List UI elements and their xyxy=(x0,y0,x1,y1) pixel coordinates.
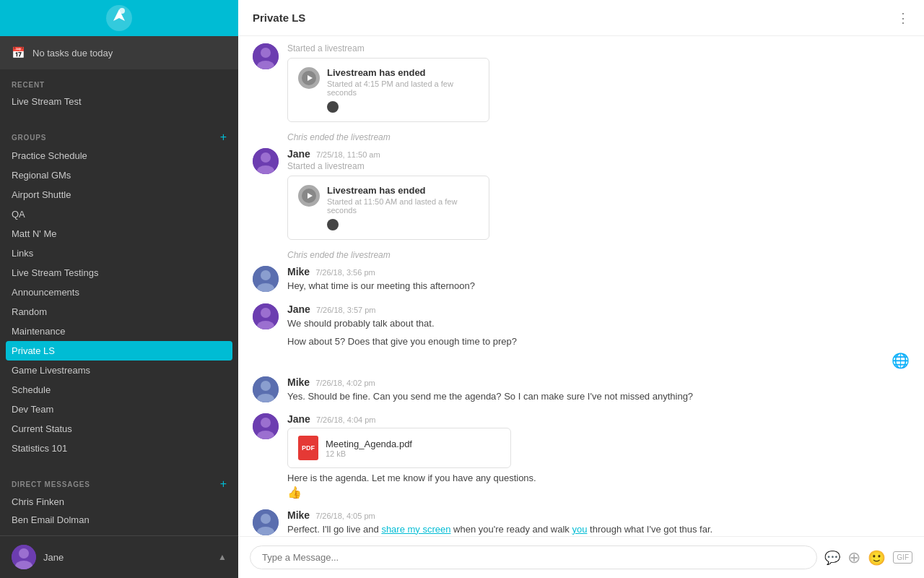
recent-item-livestream[interactable]: Live Stream Test xyxy=(0,92,238,111)
message-group: Jane 7/26/18, 4:04 pm PDF Meeting_Agenda… xyxy=(253,413,910,499)
avatar xyxy=(253,148,279,174)
started-livestream-text: Started a livestream xyxy=(287,43,910,53)
svg-point-2 xyxy=(119,8,125,14)
sidebar-item-airport-shuttle[interactable]: Airport Shuttle xyxy=(0,185,238,204)
avatar xyxy=(253,303,279,329)
livestream-title: Livestream has ended xyxy=(327,185,479,196)
sidebar-scroll: RECENT Live Stream Test GROUPS + Practic… xyxy=(0,69,238,535)
message-meta: Mike 7/26/18, 4:05 pm xyxy=(287,509,910,521)
link-you: you xyxy=(572,524,587,535)
started-livestream-text: Started a livestream xyxy=(287,161,910,171)
sidebar-item-matt-n-me[interactable]: Matt N' Me xyxy=(0,224,238,243)
dm-item-ben[interactable]: Ben Email Dolman xyxy=(0,511,238,529)
add-dm-button[interactable]: + xyxy=(220,478,227,490)
groups-header: GROUPS + xyxy=(0,126,238,146)
message-group: Jane 7/25/18, 11:50 am Started a livestr… xyxy=(253,148,910,240)
sidebar-header xyxy=(0,0,238,36)
emoji: 👍 xyxy=(287,486,910,499)
sidebar-item-live-stream-testings[interactable]: Live Stream Testings xyxy=(0,263,238,282)
gif-button[interactable]: GIF xyxy=(893,551,912,564)
file-attachment-card[interactable]: PDF Meeting_Agenda.pdf 12 kB xyxy=(287,428,511,468)
message-author: Mike xyxy=(287,266,310,277)
sidebar: 📅 No tasks due today RECENT Live Stream … xyxy=(0,0,238,578)
svg-point-7 xyxy=(261,48,271,58)
avatar xyxy=(12,545,36,569)
system-message: Chris ended the livestream xyxy=(287,132,910,142)
svg-point-17 xyxy=(261,270,271,280)
logo-icon xyxy=(105,4,134,33)
dot-indicator xyxy=(327,219,339,230)
more-options-icon[interactable]: ⋮ xyxy=(897,10,910,26)
livestream-icon xyxy=(298,67,320,89)
dm-label: DIRECT MESSAGES xyxy=(12,480,90,488)
add-group-button[interactable]: + xyxy=(220,131,227,143)
avatar xyxy=(253,413,279,439)
chevron-up-icon: ▲ xyxy=(218,552,227,562)
pdf-icon: PDF xyxy=(298,436,318,460)
sidebar-item-links[interactable]: Links xyxy=(0,243,238,263)
message-time: 7/26/18, 3:56 pm xyxy=(315,268,375,277)
message-time: 7/25/18, 11:50 am xyxy=(316,150,380,159)
sidebar-item-random[interactable]: Random xyxy=(0,302,238,322)
message-author: Jane xyxy=(287,148,310,160)
message-meta: Jane 7/26/18, 3:57 pm xyxy=(287,303,910,315)
message-group: Mike 7/26/18, 4:02 pm Yes. Should be fin… xyxy=(253,376,910,404)
sidebar-item-practice-schedule[interactable]: Practice Schedule xyxy=(0,146,238,165)
message-group: Started a livestream Livestream has ende… xyxy=(253,43,910,122)
dm-item-chris[interactable]: Chris Finken xyxy=(0,493,238,511)
link-share-screen: share my screen xyxy=(381,524,450,535)
groups-section: GROUPS + Practice Schedule Regional GMs … xyxy=(0,118,238,465)
sidebar-item-current-status[interactable]: Current Status xyxy=(0,419,238,439)
dot-indicator xyxy=(327,101,339,113)
sidebar-item-dev-team[interactable]: Dev Team xyxy=(0,400,238,419)
message-time: 7/26/18, 4:05 pm xyxy=(315,512,375,520)
message-content: Mike 7/26/18, 4:02 pm Yes. Should be fin… xyxy=(287,376,910,404)
emoji-button[interactable]: 🙂 xyxy=(868,549,886,566)
message-content: Mike 7/26/18, 3:56 pm Hey, what time is … xyxy=(287,266,910,293)
svg-point-29 xyxy=(261,514,271,524)
file-name: Meeting_Agenda.pdf xyxy=(326,439,412,449)
tasks-label: No tasks due today xyxy=(32,48,113,59)
recent-section: RECENT Live Stream Test xyxy=(0,69,238,118)
message-content: Jane 7/26/18, 3:57 pm We should probably… xyxy=(287,303,910,349)
message-content: Mike 7/26/18, 4:05 pm Perfect. I'll go l… xyxy=(287,509,910,537)
footer-username: Jane xyxy=(43,552,211,563)
message-content: Jane 7/25/18, 11:50 am Started a livestr… xyxy=(287,148,910,240)
message-text-continuation: How about 5? Does that give you enough t… xyxy=(287,335,910,349)
system-message: Chris ended the livestream xyxy=(287,250,910,260)
tasks-bar: 📅 No tasks due today xyxy=(0,36,238,69)
livestream-card: Livestream has ended Started at 11:50 AM… xyxy=(287,176,489,240)
dm-section: DIRECT MESSAGES + Chris Finken Ben Email… xyxy=(0,465,238,535)
message-time: 7/26/18, 4:04 pm xyxy=(316,415,376,424)
avatar xyxy=(253,43,279,69)
messages-container: Started a livestream Livestream has ende… xyxy=(238,36,924,536)
message-time: 7/26/18, 3:57 pm xyxy=(316,306,376,314)
message-meta: Jane 7/25/18, 11:50 am xyxy=(287,148,910,160)
chat-bubble-icon[interactable]: 💬 xyxy=(824,550,840,566)
sidebar-item-game-livestreams[interactable]: Game Livestreams xyxy=(0,361,238,380)
message-author: Mike xyxy=(287,376,310,388)
sidebar-item-qa[interactable]: QA xyxy=(0,204,238,224)
message-author: Jane xyxy=(287,413,310,425)
message-text: Hey, what time is our meeting this after… xyxy=(287,279,910,293)
sidebar-item-statistics-101[interactable]: Statistics 101 xyxy=(0,439,238,458)
sidebar-item-maintenance[interactable]: Maintenance xyxy=(0,322,238,341)
main-panel: Private LS ⋮ Started a livestream Livest… xyxy=(238,0,924,578)
livestream-icon xyxy=(298,185,320,207)
sidebar-item-announcements[interactable]: Announcements xyxy=(0,282,238,302)
sidebar-item-regional-gms[interactable]: Regional GMs xyxy=(0,165,238,185)
globe-icon: 🌐 xyxy=(892,352,910,369)
message-input[interactable] xyxy=(250,545,817,569)
sidebar-footer[interactable]: Jane ▲ xyxy=(0,535,238,578)
livestream-title: Livestream has ended xyxy=(327,67,479,78)
sidebar-item-private-ls[interactable]: Private LS xyxy=(6,341,232,361)
svg-point-4 xyxy=(19,548,29,558)
sidebar-item-schedule[interactable]: Schedule xyxy=(0,380,238,400)
add-button[interactable]: ⊕ xyxy=(847,548,860,567)
channel-title: Private LS xyxy=(253,12,305,24)
message-group: Mike 7/26/18, 4:05 pm Perfect. I'll go l… xyxy=(253,509,910,537)
message-text: We should probably talk about that. xyxy=(287,316,910,331)
recent-label: RECENT xyxy=(0,77,238,92)
livestream-card: Livestream has ended Started at 4:15 PM … xyxy=(287,58,489,122)
message-author: Mike xyxy=(287,509,310,521)
